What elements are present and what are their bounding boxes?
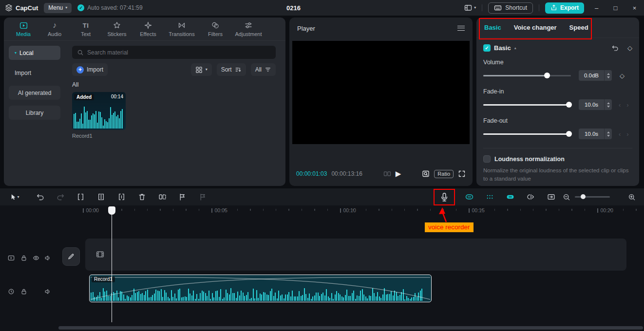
video-track-mute-toggle[interactable]: [44, 255, 51, 261]
stepper-down-icon[interactable]: [607, 106, 610, 108]
linkage-toggle[interactable]: [505, 188, 515, 205]
menu-button[interactable]: Menu ▾: [44, 3, 72, 13]
video-track-visibility-toggle[interactable]: [33, 255, 39, 261]
audio-track-mute-toggle[interactable]: [44, 288, 51, 295]
minimize-button[interactable]: –: [590, 0, 603, 16]
select-tool-button[interactable]: ▾: [7, 188, 22, 205]
close-button[interactable]: ×: [628, 0, 641, 16]
fade-out-stepper[interactable]: [604, 129, 612, 139]
playhead-line[interactable]: [112, 206, 113, 322]
audio-clip-record1[interactable]: Record1: [89, 275, 432, 302]
audio-track-record-toggle[interactable]: [8, 288, 15, 295]
volume-value-box[interactable]: 0.0dB: [579, 70, 612, 81]
fade-in-value-box[interactable]: 10.0s: [579, 99, 612, 110]
maximize-button[interactable]: □: [609, 0, 622, 16]
media-card-record1[interactable]: Added 00:14: [72, 92, 126, 130]
stepper-up-icon[interactable]: [607, 73, 610, 75]
play-button[interactable]: ▶: [396, 169, 401, 178]
split-delete-left-button[interactable]: [96, 188, 106, 205]
shortcut-button[interactable]: Shortcut: [488, 2, 533, 14]
tab-speed[interactable]: Speed: [569, 24, 588, 31]
fullscreen-icon[interactable]: [458, 170, 466, 178]
video-track-lock-toggle[interactable]: [20, 255, 27, 261]
fade-in-stepper[interactable]: [604, 99, 612, 110]
track-cover-toggle[interactable]: [8, 255, 15, 261]
audio-track-lock-toggle[interactable]: [20, 288, 27, 295]
checkbox-checked-icon[interactable]: ✓: [483, 44, 491, 52]
fade-out-slider[interactable]: [483, 130, 571, 137]
fade-in-slider[interactable]: [483, 101, 571, 108]
separator: [539, 4, 539, 11]
stepper-up-icon[interactable]: [607, 131, 610, 133]
filter-button[interactable]: All: [251, 63, 276, 76]
tab-media[interactable]: Media: [8, 18, 39, 40]
tab-stickers[interactable]: Stickers: [101, 18, 133, 40]
volume-slider[interactable]: [483, 72, 571, 79]
redo-button[interactable]: [56, 188, 65, 205]
tab-transitions[interactable]: Transitions: [164, 18, 200, 40]
zoom-out-button[interactable]: [561, 188, 572, 205]
delete-button[interactable]: [137, 188, 147, 205]
next-keyframe-icon[interactable]: ›: [626, 130, 628, 138]
checkbox-unchecked-icon[interactable]: [483, 155, 491, 163]
timeline-zoom-slider[interactable]: [575, 196, 610, 198]
prev-keyframe-icon[interactable]: ‹: [619, 101, 621, 109]
split-delete-right-button[interactable]: [116, 188, 126, 205]
time-ruler[interactable]: 00:00 00:05 00:10 00:15 00:20: [58, 205, 644, 217]
import-button[interactable]: + Import: [72, 63, 108, 76]
undo-button[interactable]: [35, 188, 45, 205]
layout-switcher-button[interactable]: ▾: [464, 4, 476, 12]
sidebar-item-ai-generated[interactable]: AI generated: [9, 86, 60, 100]
next-keyframe-icon[interactable]: ›: [626, 101, 628, 109]
tab-effects[interactable]: Effects: [133, 18, 164, 40]
stepper-down-icon[interactable]: [607, 76, 610, 78]
view-mode-button[interactable]: ▾: [191, 63, 212, 76]
slider-knob[interactable]: [566, 102, 572, 108]
voice-recorder-button[interactable]: [437, 188, 451, 205]
slider-knob[interactable]: [566, 131, 572, 137]
volume-stepper[interactable]: [604, 70, 612, 81]
slider-knob[interactable]: [544, 73, 550, 78]
main-track-magnet-toggle[interactable]: [464, 188, 474, 205]
fit-zoom-icon[interactable]: [422, 170, 430, 178]
collapse-icon[interactable]: ▴: [514, 46, 516, 50]
flag-marker-button[interactable]: [177, 188, 187, 205]
sidebar-item-library[interactable]: Library: [9, 106, 60, 120]
sidebar-item-local[interactable]: ▾ Local: [9, 46, 60, 60]
video-preview[interactable]: [292, 41, 470, 144]
fade-out-value-box[interactable]: 10.0s: [579, 129, 612, 139]
stepper-up-icon[interactable]: [607, 102, 610, 104]
ratio-button[interactable]: Ratio: [434, 170, 454, 178]
horizontal-scrollbar[interactable]: [58, 326, 643, 330]
prev-keyframe-icon[interactable]: ‹: [619, 130, 621, 138]
tab-basic[interactable]: Basic: [484, 24, 501, 31]
keyframe-diamond-icon[interactable]: ◇: [627, 44, 632, 52]
playhead-handle[interactable]: [108, 206, 115, 215]
sidebar-item-import[interactable]: Import: [9, 66, 60, 80]
ruler-mark: 00:05: [211, 207, 227, 213]
tab-voice-changer[interactable]: Voice changer: [514, 24, 557, 31]
tab-text[interactable]: TI Text: [70, 18, 101, 40]
preview-axis-toggle[interactable]: [525, 188, 536, 205]
player-menu-icon[interactable]: [457, 26, 465, 31]
stepper-down-icon[interactable]: [607, 135, 610, 137]
tab-adjustment[interactable]: Adjustment: [231, 18, 266, 40]
mirror-button[interactable]: [157, 188, 167, 205]
export-button[interactable]: Export: [545, 2, 584, 14]
reset-icon[interactable]: [611, 44, 619, 52]
auto-snap-toggle[interactable]: [484, 188, 495, 205]
freeze-frame-button[interactable]: [198, 188, 208, 205]
tab-filters[interactable]: Filters: [200, 18, 231, 40]
video-track[interactable]: [85, 239, 626, 271]
keyframe-diamond-icon[interactable]: ◇: [620, 72, 625, 79]
tab-audio[interactable]: ♪ Audio: [39, 18, 70, 40]
zoom-in-button[interactable]: [626, 188, 637, 205]
adjust-layout-button[interactable]: [546, 188, 556, 205]
draw-tool-button[interactable]: [62, 247, 80, 266]
search-bar[interactable]: [72, 46, 276, 59]
zoom-slider-knob[interactable]: [581, 194, 586, 199]
split-button[interactable]: [76, 188, 85, 205]
search-input[interactable]: [87, 49, 271, 56]
sort-button[interactable]: Sort: [217, 63, 246, 76]
frames-icon[interactable]: [383, 170, 391, 178]
